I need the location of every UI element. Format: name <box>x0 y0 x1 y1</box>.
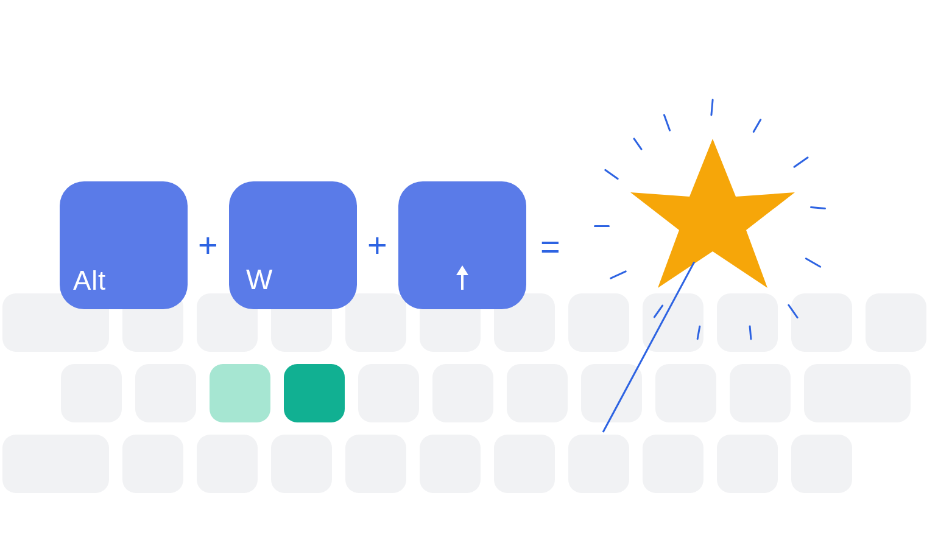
keyboard-key <box>494 435 555 493</box>
keyboard-key <box>643 435 704 493</box>
magic-wand-icon <box>597 262 700 438</box>
sparkle-icon <box>663 114 671 131</box>
keyboard-key <box>420 435 481 493</box>
shortcut-key-w: W <box>229 181 357 309</box>
equals-operator: = <box>540 226 557 266</box>
keyboard-key <box>432 364 493 422</box>
keyboard-key <box>135 364 196 422</box>
keyboard-key <box>197 435 258 493</box>
keyboard-key <box>2 435 109 493</box>
shortcut-key-alt-label: Alt <box>73 265 106 296</box>
shortcut-key-w-label: W <box>246 263 273 296</box>
keyboard-key <box>866 293 926 352</box>
keyboard-key <box>358 364 419 422</box>
shortcut-key-up <box>398 181 526 309</box>
keyboard-key <box>568 435 629 493</box>
keyboard-key <box>791 435 852 493</box>
sparkle-icon <box>604 169 619 180</box>
keyboard-key <box>345 435 406 493</box>
keyboard-key <box>284 364 345 422</box>
sparkle-icon <box>810 206 826 209</box>
keyboard-key <box>210 364 270 422</box>
keyboard-key <box>271 435 332 493</box>
keyboard-key <box>345 293 406 352</box>
sparkle-icon <box>805 257 821 268</box>
svg-line-1 <box>603 262 694 432</box>
sparkle-icon <box>752 118 762 133</box>
up-arrow-icon <box>455 263 470 292</box>
shortcut-key-alt: Alt <box>60 181 188 309</box>
keyboard-key <box>61 364 122 422</box>
keyboard-key <box>717 435 778 493</box>
plus-operator-1: + <box>198 225 218 265</box>
sparkle-icon <box>710 99 713 116</box>
keyboard-key <box>730 364 791 422</box>
keyboard-key <box>791 293 852 352</box>
sparkle-icon <box>594 225 610 227</box>
plus-operator-2: + <box>367 225 387 265</box>
keyboard-key <box>122 435 183 493</box>
keyboard-key <box>507 364 568 422</box>
keyboard-key <box>804 364 911 422</box>
